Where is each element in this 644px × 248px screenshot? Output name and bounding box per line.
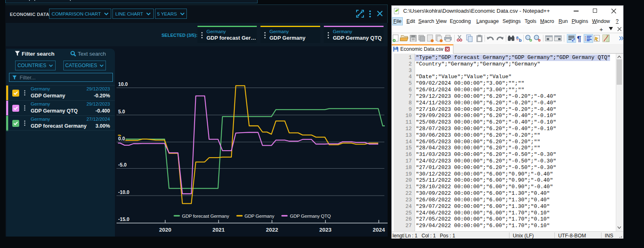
svg-text:-5.0: -5.0: [118, 162, 127, 168]
svg-text:10.0: 10.0: [118, 81, 128, 87]
svg-text:-15.0: -15.0: [118, 216, 130, 222]
svg-text:5.0: 5.0: [118, 109, 125, 115]
svg-text:2023: 2023: [319, 227, 332, 233]
svg-text:GDP Germany: GDP Germany: [245, 214, 274, 219]
svg-text:b: b: [519, 38, 522, 43]
svg-text:GDP Germany QTQ: GDP Germany QTQ: [290, 214, 331, 219]
svg-text:-10.0: -10.0: [118, 189, 130, 195]
svg-text:GDP forecast Germany: GDP forecast Germany: [182, 214, 229, 219]
svg-text:2021: 2021: [213, 227, 225, 233]
svg-text:0.0: 0.0: [118, 136, 125, 142]
svg-text:2024: 2024: [372, 227, 385, 233]
svg-text:2020: 2020: [159, 227, 171, 233]
svg-text:2022: 2022: [266, 227, 278, 233]
svg-text:a: a: [516, 35, 519, 40]
svg-text:¶: ¶: [577, 34, 581, 43]
